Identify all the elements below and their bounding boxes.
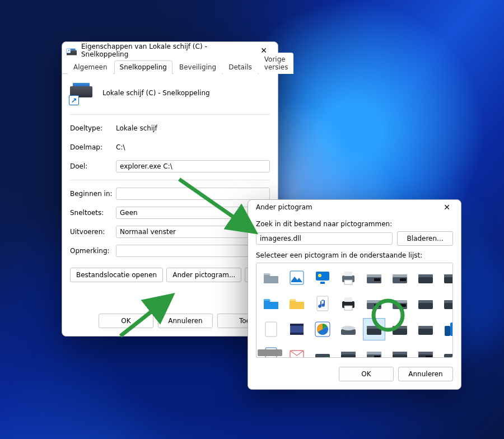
svg-rect-27 (418, 302, 433, 309)
change-icon-footer: OK Annuleren (248, 361, 461, 389)
tab-algemeen[interactable]: Algemeen (68, 60, 113, 74)
svg-rect-26 (400, 304, 406, 307)
doelmap-value: C:\ (116, 143, 270, 151)
svg-rect-1 (316, 272, 329, 281)
svg-point-37 (342, 326, 355, 330)
svg-rect-25 (393, 300, 407, 303)
doelmap-label: Doelmap: (70, 143, 114, 151)
opmerking-input[interactable] (116, 245, 270, 257)
svg-rect-6 (344, 280, 352, 284)
svg-rect-15 (444, 277, 453, 283)
svg-rect-38 (367, 328, 381, 335)
icon-drive-usb[interactable] (440, 292, 453, 315)
icon-drive-dvdrw[interactable] (389, 267, 411, 289)
open-file-location-button[interactable]: Bestandslocatie openen (70, 268, 163, 282)
icon-picture[interactable] (286, 267, 308, 289)
uitvoeren-label: Uitvoeren: (70, 228, 114, 236)
svg-rect-41 (393, 326, 407, 329)
change-icon-button[interactable]: Ander pictogram... (166, 268, 241, 282)
tab-snelkoppeling[interactable]: Snelkoppeling (114, 60, 172, 74)
change-icon-title: Ander pictogram (253, 203, 434, 211)
uitvoeren-combo[interactable]: Normaal venster (116, 226, 270, 238)
properties-title: Eigenschappen van Lokale schijf (C) - Sn… (80, 43, 251, 58)
properties-footer: OK Annuleren Toe (62, 308, 278, 336)
shortcut-large-icon: ↗ (70, 82, 92, 104)
svg-rect-19 (344, 297, 352, 302)
svg-rect-22 (367, 300, 381, 303)
icon-folder-gray[interactable] (260, 267, 282, 289)
ok-button[interactable]: OK (99, 314, 153, 328)
properties-tabs: AlgemeenSnelkoppelingBeveiligingDetailsV… (62, 59, 278, 74)
svg-rect-17 (317, 296, 328, 311)
separator (70, 180, 270, 180)
cancel-button[interactable]: Annuleren (398, 367, 453, 381)
svg-rect-31 (265, 322, 277, 337)
icon-drive-cd[interactable] (363, 292, 385, 315)
browse-button[interactable]: Bladeren... (397, 231, 453, 246)
tab-beveiliging[interactable]: Beveiliging (174, 60, 222, 74)
shortcut-name: Lokale schijf (C) - Snelkoppeling (102, 89, 210, 97)
icon-list-scrollbar[interactable] (258, 349, 451, 356)
icon-monitor-pic[interactable] (311, 267, 334, 289)
icon-list[interactable] (256, 263, 453, 358)
svg-point-3 (318, 274, 321, 277)
tab-details[interactable]: Details (223, 60, 258, 74)
change-icon-titlebar: Ander pictogram ✕ (248, 200, 461, 214)
svg-rect-12 (400, 278, 406, 281)
ok-button[interactable]: OK (339, 367, 394, 381)
sneltoets-input[interactable]: Geen (116, 207, 270, 219)
change-icon-body: Zoek in dit bestand naar pictogrammen: i… (248, 214, 461, 361)
doel-input[interactable]: explorer.exe C:\ (116, 160, 270, 172)
doeltype-value: Lokale schijf (116, 124, 270, 132)
icon-file-music[interactable] (311, 292, 334, 315)
icon-folder-yellow[interactable] (286, 292, 308, 315)
svg-rect-2 (320, 282, 325, 284)
cancel-button[interactable]: Annuleren (158, 314, 213, 328)
icon-file-blank[interactable] (260, 318, 282, 340)
doeltype-label: Doeltype: (70, 124, 114, 132)
properties-titlebar: ↗ Eigenschappen van Lokale schijf (C) - … (62, 42, 278, 59)
svg-rect-20 (344, 306, 352, 310)
icon-drive-bd[interactable] (414, 292, 437, 315)
svg-rect-34 (290, 333, 304, 335)
icon-drive-dark[interactable] (363, 318, 385, 340)
svg-rect-39 (367, 326, 381, 329)
svg-rect-5 (344, 272, 352, 276)
svg-rect-40 (393, 328, 407, 335)
svg-rect-9 (374, 278, 380, 281)
icon-phone-tablet[interactable] (440, 318, 453, 340)
svg-rect-43 (418, 326, 433, 329)
icon-folder-blue[interactable] (260, 292, 282, 315)
svg-rect-42 (418, 328, 433, 335)
svg-rect-11 (393, 274, 407, 277)
svg-rect-8 (367, 274, 381, 277)
change-icon-dialog: Ander pictogram ✕ Zoek in dit bestand na… (248, 199, 461, 390)
sneltoets-label: Sneltoets: (70, 209, 114, 217)
icon-drive-cdr[interactable] (389, 292, 411, 315)
opmerking-label: Opmerking: (70, 247, 114, 255)
icon-drive-generic[interactable] (414, 267, 437, 289)
lookin-label: Zoek in dit bestand naar pictogrammen: (256, 220, 453, 228)
icon-drive-network[interactable] (440, 267, 453, 289)
beginnen-label: Beginnen in: (70, 190, 114, 198)
icon-drive-hd[interactable] (389, 318, 411, 340)
properties-dialog: ↗ Eigenschappen van Lokale schijf (C) - … (62, 41, 278, 337)
svg-rect-44 (450, 323, 453, 336)
close-button[interactable]: ✕ (437, 200, 456, 214)
icon-chart-pie[interactable] (311, 318, 334, 340)
icon-drive-open[interactable] (337, 318, 360, 340)
icon-printer-black[interactable] (337, 292, 360, 315)
svg-rect-33 (290, 324, 304, 326)
svg-rect-23 (374, 304, 380, 307)
icon-drive-hd2[interactable] (414, 318, 437, 340)
tab-vorige-versies[interactable]: Vorige versies (259, 53, 294, 74)
beginnen-input[interactable] (116, 188, 270, 200)
separator (70, 114, 270, 115)
icon-drive-dvd[interactable] (363, 267, 385, 289)
icon-film[interactable] (286, 318, 308, 340)
icon-path-input[interactable]: imageres.dll (256, 232, 393, 245)
svg-rect-16 (444, 274, 453, 277)
icon-printer[interactable] (337, 267, 360, 289)
svg-rect-45 (445, 326, 450, 336)
svg-rect-28 (418, 300, 433, 303)
